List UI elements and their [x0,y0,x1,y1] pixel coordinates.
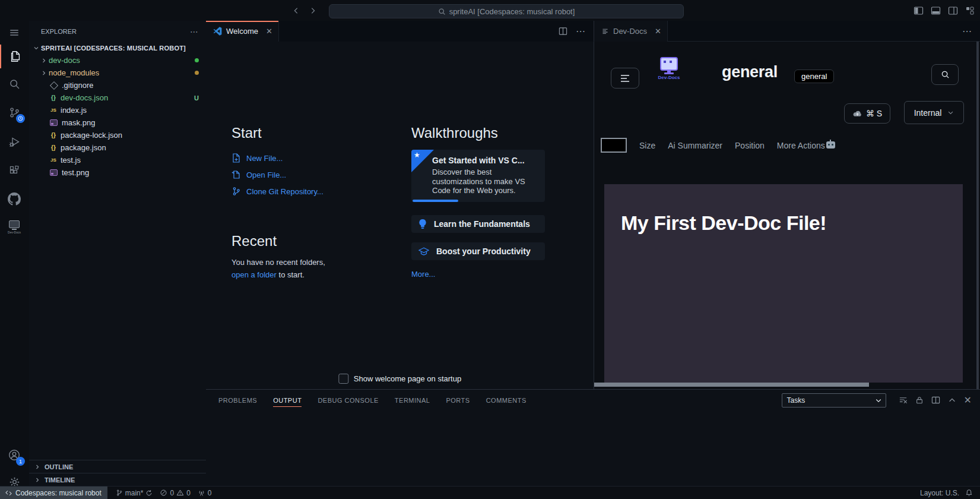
file-row-gitignore[interactable]: .gitignore [29,79,206,91]
file-row-package-json[interactable]: {} package.json [29,141,206,154]
maximize-panel-icon[interactable] [948,396,956,405]
walkthroughs-heading: Walkthroughs [411,125,545,141]
sidebar-item-explorer[interactable] [0,45,30,68]
tab-dev-docs[interactable]: Dev-Docs ✕ [594,21,668,42]
walkthroughs-more-link[interactable]: More... [411,270,545,279]
menu-icon[interactable] [0,21,28,45]
editor-more-actions-icon[interactable]: ⋯ [962,26,972,37]
chevron-right-icon [33,475,42,485]
vscode-logo-icon [213,27,222,36]
sidebar-item-extensions[interactable] [0,159,28,182]
notifications-bell-icon[interactable] [965,489,973,497]
tab-welcome[interactable]: Welcome ✕ [206,21,279,42]
doc-heading: My First Dev-Doc File! [621,211,826,235]
forward-icon[interactable] [309,7,317,15]
panel-tab-debug-console[interactable]: DEBUG CONSOLE [318,390,378,410]
horizontal-scrollbar[interactable] [594,383,869,387]
back-icon[interactable] [292,7,300,15]
clone-repo-link[interactable]: Clone Git Repository... [231,183,380,200]
git-clone-icon [231,187,241,196]
problems-indicator[interactable]: 0 0 [156,487,194,499]
project-root-row[interactable]: SPRITEAI [CODESPACES: MUSICAL ROBOT] [29,42,206,54]
doc-content-panel[interactable]: My First Dev-Doc File! [604,184,963,383]
graduation-cap-icon [418,247,429,256]
split-editor-icon[interactable] [559,27,567,36]
panel-tab-ports[interactable]: PORTS [446,390,470,410]
remote-indicator[interactable]: Codespaces: musical robot [0,487,107,499]
cloud-upload-icon [852,110,862,118]
panel-tab-terminal[interactable]: TERMINAL [395,390,430,410]
chevron-down-icon [947,109,954,116]
toolbar-size[interactable]: Size [639,141,655,150]
file-row-package-lock[interactable]: {} package-lock.json [29,129,206,141]
split-panel-icon[interactable] [931,396,940,405]
toggle-primary-sidebar-icon[interactable] [913,5,924,16]
file-row-mask-png[interactable]: mask.png [29,116,206,129]
file-row-index-js[interactable]: JS index.js [29,104,206,116]
new-file-link[interactable]: New File... [231,150,380,166]
ports-indicator[interactable]: 0 [194,487,215,499]
toolbar-more-actions[interactable]: More Actions [777,141,835,150]
explorer-more-actions-icon[interactable]: ⋯ [190,27,199,36]
file-row-dev-docs-json[interactable]: {} dev-docs.json U [29,91,206,104]
lock-icon[interactable] [915,396,924,405]
close-tab-icon[interactable]: ✕ [655,27,661,36]
toggle-secondary-sidebar-icon[interactable] [947,5,958,16]
sidebar-item-source-control[interactable] [0,100,28,124]
devdocs-search-button[interactable] [931,64,959,85]
git-file-icon [50,81,58,89]
sidebar-title: EXPLORER [41,28,77,35]
chevron-right-icon [39,68,49,78]
radio-tower-icon [198,489,205,497]
close-tab-icon[interactable]: ✕ [266,27,272,36]
editor-more-actions-icon[interactable]: ⋯ [576,26,585,37]
panel-tab-problems[interactable]: PROBLEMS [218,390,257,410]
file-tree: SPRITEAI [CODESPACES: MUSICAL ROBOT] dev… [29,42,206,179]
warnings-icon [176,489,184,497]
panel-tab-output[interactable]: OUTPUT [273,390,302,410]
panel-tab-comments[interactable]: COMMENTS [486,390,527,410]
file-row-test-js[interactable]: JS test.js [29,154,206,166]
customize-layout-icon[interactable] [965,5,975,16]
devdocs-page-title: general [722,63,778,81]
branch-indicator[interactable]: main* [112,487,157,499]
devdocs-save-button[interactable]: ⌘ S [844,103,890,124]
json-file-icon: {} [49,132,58,138]
editor-group-1-tabs: Welcome ✕ ⋯ [206,21,594,42]
walkthrough-fundamentals-card[interactable]: Learn the Fundamentals [411,215,545,233]
sidebar-item-run-debug[interactable] [0,130,28,154]
output-channel-dropdown[interactable]: Tasks [782,393,886,408]
walkthrough-progress-bar [413,200,458,202]
devdocs-menu-button[interactable] [611,68,639,89]
timeline-section-header[interactable]: TIMELINE [29,473,206,486]
toolbar-position[interactable]: Position [735,141,765,150]
sidebar-item-search[interactable] [0,72,28,96]
js-file-icon: JS [49,157,58,163]
sidebar-item-github[interactable] [0,187,28,211]
clear-output-icon[interactable] [899,396,908,405]
file-row-dev-docs[interactable]: dev-docs [29,54,206,67]
accounts-icon[interactable]: 1 [0,443,28,467]
vertical-scrollbar[interactable] [976,42,979,389]
vscode-window: { "colors": { "accent_orange": "#f78166"… [0,0,980,499]
file-row-test-png[interactable]: test.png [29,166,206,179]
layout-indicator[interactable]: Layout: U.S. [920,489,959,497]
close-panel-icon[interactable]: ✕ [964,394,972,406]
startup-checkbox[interactable] [338,374,348,384]
sidebar-item-dev-docs[interactable]: Dev-Docs [0,215,28,239]
walkthrough-productivity-card[interactable]: Boost your Productivity [411,242,545,260]
color-swatch[interactable] [601,138,627,153]
outline-section-header[interactable]: OUTLINE [29,460,206,473]
chevron-down-icon [31,43,41,53]
image-file-icon [50,119,58,126]
file-row-node-modules[interactable]: node_modules [29,67,206,79]
command-center-search[interactable]: spriteAI [Codespaces: musical robot] [329,4,684,18]
toggle-panel-icon[interactable] [930,5,941,16]
toolbar-ai-summarizer[interactable]: Ai Summarizer [668,141,722,150]
image-file-icon [50,169,58,176]
walkthrough-description: Discover the best customizations to make… [432,168,539,195]
visibility-dropdown[interactable]: Internal [904,101,964,124]
open-file-link[interactable]: Open File... [231,166,380,183]
walkthrough-featured-card[interactable]: ★ Get Started with VS C... Discover the … [411,150,545,202]
open-folder-link[interactable]: open a folder [231,270,277,279]
